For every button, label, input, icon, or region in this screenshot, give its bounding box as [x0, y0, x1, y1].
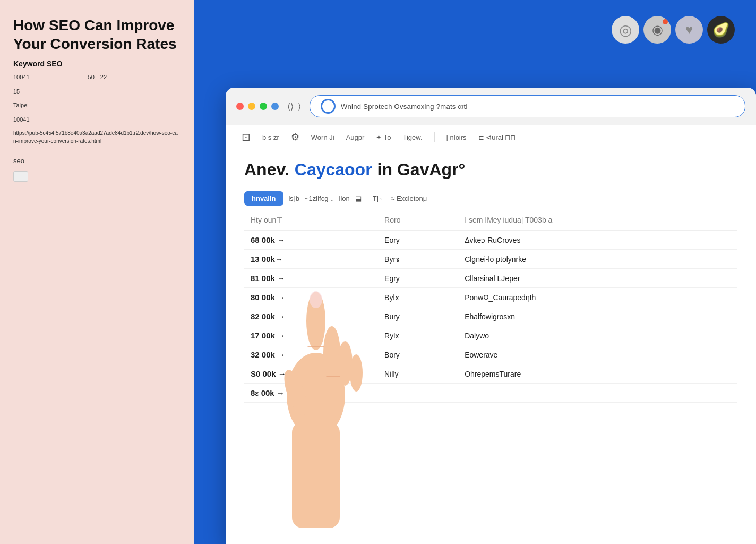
toolbar-te-icon[interactable]: ✦ To [376, 133, 391, 141]
table-cell-col3 [458, 384, 737, 403]
tl-green[interactable] [260, 103, 267, 110]
table-row: 32 00k →BoryEowerave [244, 345, 737, 364]
table-row: 13 00k→ByrɤClgnei-lo ptolynrke [244, 250, 737, 269]
table-cell-col3: Δvkeɔ RuCroves [458, 230, 737, 250]
col-sem: I sem IMey iudua| T003b a [458, 210, 737, 230]
table-row: 8ε 00k → [244, 384, 737, 403]
sub-lion[interactable]: lion [339, 194, 350, 202]
data-table: Hty oun⊤ Roro I sem IMey iudua| T003b a … [244, 210, 737, 403]
table-cell-col3: Dalywo [458, 326, 737, 345]
table-cell-col2: Byrɤ [378, 250, 458, 269]
heading-suffix: in GavAgr° [377, 160, 466, 180]
heading-normal: Anev. [244, 160, 289, 180]
address-text: Wnind Sprotech Ovsamoxing ?mats αιtl [341, 103, 468, 110]
toolbar-worm-icon[interactable]: Worn Ji [311, 133, 334, 141]
meta-city: Taipei [13, 100, 181, 110]
keyword-label: Keyword SEO [13, 60, 181, 68]
left-panel: How SEO Can Improve Your Conversion Rate… [0, 0, 194, 544]
table-row: S0 00k →NillyOhrepemsTurare [244, 364, 737, 384]
toolbar-ural-icon[interactable]: ⊏ ⊲ural ⊓⊓ [478, 133, 516, 141]
sub-btn-active[interactable]: hnvalin [244, 191, 284, 206]
table-cell-col2 [378, 384, 458, 403]
page-heading: Anev. Caycaoor in GavAgr° [244, 160, 737, 180]
table-cell-col2: Nilly [378, 364, 458, 384]
tl-blue[interactable] [271, 103, 279, 110]
nav-icon: ⟨⟩ [287, 101, 294, 112]
icon-circle-3: ♥ [675, 16, 703, 44]
table-cell-col3: OhrepemsTurare [458, 364, 737, 384]
toolbar-tiger-icon[interactable]: Tigew. [402, 133, 422, 141]
sub-zlifcg[interactable]: ~1zlifcg ↓ [305, 194, 334, 202]
sub-excietonp[interactable]: ≈ Excietonμ [391, 194, 427, 202]
table-cell-col1: 13 00k→ [244, 250, 378, 269]
traffic-lights [236, 103, 279, 110]
col-roro: Roro [378, 210, 458, 230]
sub-lstb[interactable]: ls̄|b [289, 194, 300, 202]
meta-line2: 15 [13, 87, 181, 97]
table-cell-col3: Cllarsinal LJeper [458, 269, 737, 288]
meta-line1: 10041 50 22 [13, 72, 181, 82]
heading-blue: Caycaoor [295, 160, 372, 180]
table-cell-col3: PonwΩ_Caurapedηth [458, 288, 737, 307]
address-circle-icon [321, 99, 336, 114]
table-cell-col2: Bylɤ [378, 288, 458, 307]
table-cell-col1: 80 00k → [244, 288, 378, 307]
article-url: https://pub-5c454f571b8e40a3a2aad27ade84… [13, 129, 181, 145]
icon-circle-avocado: 🥑 [707, 16, 735, 44]
article-title: How SEO Can Improve Your Conversion Rate… [13, 16, 181, 53]
table-cell-col2: Egry [378, 269, 458, 288]
table-cell-col3: Eowerave [458, 345, 737, 364]
table-cell-col2: Rylɤ [378, 326, 458, 345]
nav-arrows[interactable]: ⟨⟩ ⟩ [287, 101, 301, 112]
table-cell-col3: Clgnei-lo ptolynrke [458, 250, 737, 269]
right-area: ◎ ◉ ♥ 🥑 ⟨⟩ ⟩ Wnind Sprotech Ovsamoxing ?… [194, 0, 756, 544]
col-hty: Hty oun⊤ [244, 210, 378, 230]
table-row: 17 00k →RylɤDalywo [244, 326, 737, 345]
tl-yellow[interactable] [248, 103, 255, 110]
table-cell-col1: 32 00k → [244, 345, 378, 364]
browser-content: Anev. Caycaoor in GavAgr° hnvalin ls̄|b … [226, 149, 756, 544]
table-cell-col1: 81 00k → [244, 269, 378, 288]
sub-sep [367, 193, 367, 204]
table-cell-col2: Eory [378, 230, 458, 250]
icon-circle-1: ◎ [612, 16, 639, 44]
sub-t[interactable]: T|← [373, 194, 385, 202]
top-icons: ◎ ◉ ♥ 🥑 [612, 16, 735, 44]
table-cell-col2: Bury [378, 307, 458, 326]
toolbar-augpr-icon[interactable]: Augpr [346, 133, 365, 141]
sub-square[interactable]: ⬓ [355, 194, 362, 202]
tag-box [13, 171, 28, 182]
table-row: 82 00k →BuryEhalfowigrosxn [244, 307, 737, 326]
tag-label: seo [13, 157, 181, 165]
table-cell-col1: 8ε 00k → [244, 384, 378, 403]
table-cell-col1: 17 00k → [244, 326, 378, 345]
sub-toolbar: hnvalin ls̄|b ~1zlifcg ↓ lion ⬓ T|← ≈ Ex… [244, 187, 737, 210]
toolbar-text-icon[interactable]: b s zr [262, 133, 279, 141]
browser-window: ⟨⟩ ⟩ Wnind Sprotech Ovsamoxing ?mats αιt… [226, 88, 756, 544]
address-bar[interactable]: Wnind Sprotech Ovsamoxing ?mats αιtl [310, 95, 745, 117]
table-cell-col1: 82 00k → [244, 307, 378, 326]
table-cell-col1: S0 00k → [244, 364, 378, 384]
worm-ji-label: Worn Ji [311, 133, 334, 141]
toolbar-sep [434, 132, 435, 142]
tl-red[interactable] [236, 103, 244, 110]
icon-circle-2: ◉ [643, 16, 671, 44]
browser-chrome: ⟨⟩ ⟩ Wnind Sprotech Ovsamoxing ?mats αιt… [226, 88, 756, 125]
toolbar-nloirs-icon[interactable]: | nloirs [446, 133, 467, 141]
nav-forward-icon: ⟩ [298, 101, 301, 112]
table-cell-col2: Bory [378, 345, 458, 364]
table-cell-col3: Ehalfowigrosxn [458, 307, 737, 326]
table-row: 80 00k →BylɤPonwΩ_Caurapedηth [244, 288, 737, 307]
browser-toolbar: ⊡ b s zr ⚙ Worn Ji Augpr ✦ To Tigew. | [226, 125, 756, 149]
toolbar-settings-icon[interactable]: ⚙ [291, 131, 299, 143]
toolbar-app-icon[interactable]: ⊡ [242, 131, 251, 143]
table-cell-col1: 68 00k → [244, 230, 378, 250]
table-row: 81 00k →EgryCllarsinal LJeper [244, 269, 737, 288]
table-row: 68 00k →EoryΔvkeɔ RuCroves [244, 230, 737, 250]
meta-zip: 10041 [13, 115, 181, 125]
